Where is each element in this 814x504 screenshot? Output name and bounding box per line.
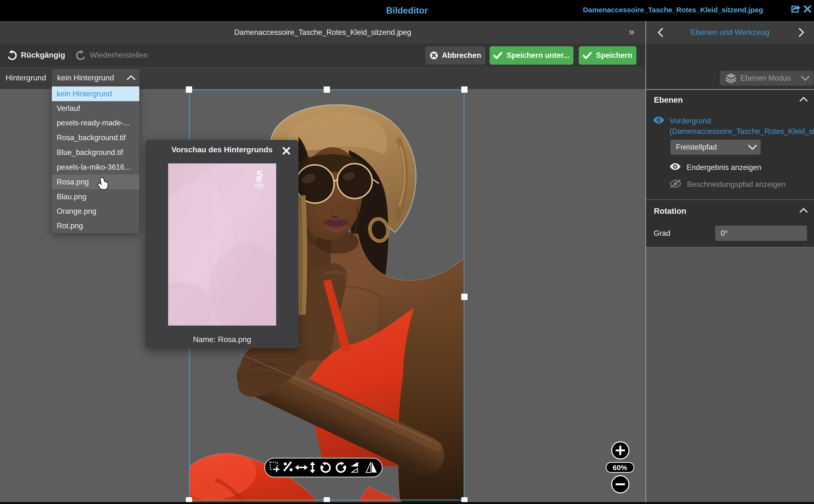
svg-text:5: 5 (257, 169, 262, 180)
svg-text:OMN: OMN (255, 183, 264, 187)
